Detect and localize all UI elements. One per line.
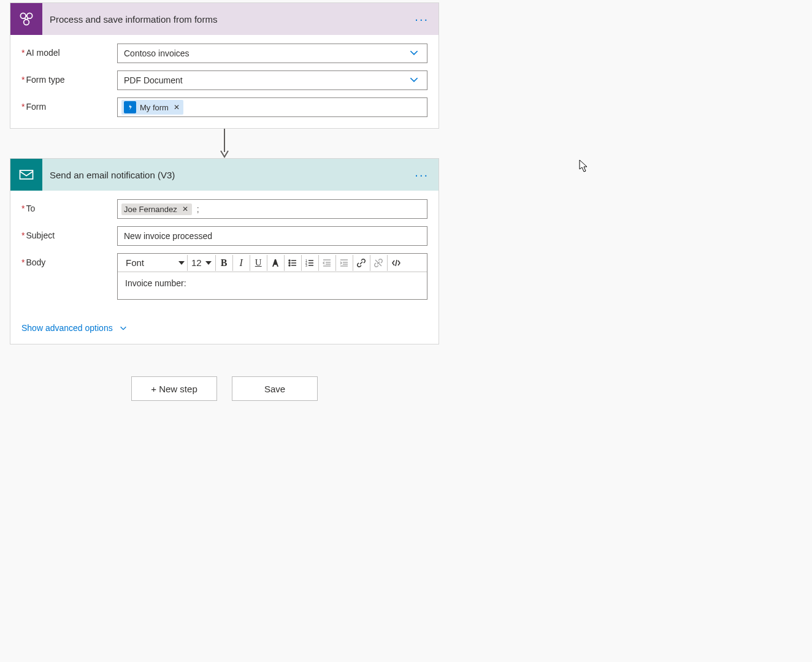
- svg-line-4: [27, 18, 28, 20]
- save-button[interactable]: Save: [232, 376, 318, 401]
- svg-line-28: [375, 260, 381, 266]
- mail-icon: [10, 159, 42, 191]
- more-icon[interactable]: ···: [415, 168, 429, 182]
- step-header[interactable]: Process and save information from forms …: [10, 3, 439, 35]
- form-input[interactable]: My form ✕: [117, 97, 427, 117]
- font-family-select[interactable]: Font: [121, 255, 188, 271]
- chip-remove-icon[interactable]: ✕: [174, 103, 180, 112]
- subject-input[interactable]: [117, 226, 427, 246]
- label-subject: *Subject: [21, 226, 117, 240]
- form-chip[interactable]: My form ✕: [121, 100, 183, 115]
- svg-line-3: [25, 18, 26, 20]
- form-type-value: PDF Document: [124, 75, 183, 85]
- underline-button[interactable]: U: [250, 255, 267, 271]
- subject-field[interactable]: [124, 228, 421, 244]
- more-icon[interactable]: ···: [415, 12, 429, 26]
- svg-point-0: [20, 13, 26, 18]
- svg-line-29: [396, 260, 397, 266]
- chip-remove-icon[interactable]: ✕: [182, 205, 188, 213]
- indent-button[interactable]: [336, 255, 353, 271]
- chevron-down-icon: [408, 47, 419, 60]
- ai-model-value: Contoso invoices: [124, 48, 190, 58]
- body-editor: Font 12 B I U 123: [117, 253, 427, 300]
- font-color-button[interactable]: [267, 255, 285, 271]
- show-advanced-toggle[interactable]: Show advanced options: [21, 323, 128, 333]
- recipient-chip-label: Joe Fernandez: [124, 205, 177, 214]
- step-send-email: Send an email notification (V3) ··· *To …: [10, 158, 439, 344]
- editor-toolbar: Font 12 B I U 123: [118, 254, 427, 272]
- label-form-type: *Form type: [21, 70, 117, 85]
- outdent-button[interactable]: [319, 255, 336, 271]
- svg-point-8: [289, 260, 290, 261]
- step-title: Process and save information from forms: [42, 14, 217, 25]
- form-type-select[interactable]: PDF Document: [117, 70, 427, 90]
- svg-rect-7: [20, 170, 33, 179]
- step-title: Send an email notification (V3): [42, 170, 175, 180]
- to-input[interactable]: Joe Fernandez ✕ ;: [117, 199, 427, 219]
- code-view-button[interactable]: [388, 255, 405, 271]
- separator: ;: [197, 204, 199, 214]
- italic-button[interactable]: I: [233, 255, 250, 271]
- svg-point-10: [289, 262, 290, 264]
- svg-point-12: [289, 265, 290, 266]
- form-chip-label: My form: [140, 103, 169, 112]
- link-button[interactable]: [353, 255, 370, 271]
- label-ai-model: *AI model: [21, 44, 117, 58]
- svg-point-2: [24, 20, 29, 25]
- flow-connector-arrow: [10, 129, 439, 158]
- font-size-select[interactable]: 12: [188, 255, 216, 271]
- new-step-button[interactable]: + New step: [131, 376, 217, 401]
- step-header[interactable]: Send an email notification (V3) ···: [10, 159, 439, 191]
- trigger-icon: [124, 101, 136, 113]
- recipient-chip[interactable]: Joe Fernandez ✕: [121, 204, 192, 215]
- ai-builder-icon: [10, 3, 42, 35]
- svg-text:3: 3: [305, 264, 307, 267]
- unlink-button[interactable]: [370, 255, 388, 271]
- ai-model-select[interactable]: Contoso invoices: [117, 44, 427, 63]
- number-list-button[interactable]: 123: [302, 255, 319, 271]
- step-process-forms: Process and save information from forms …: [10, 2, 439, 129]
- body-textarea[interactable]: Invoice number:: [118, 272, 427, 299]
- chevron-down-icon: [119, 324, 128, 332]
- label-body: *Body: [21, 253, 117, 267]
- label-to: *To: [21, 199, 117, 213]
- bold-button[interactable]: B: [216, 255, 233, 271]
- svg-point-1: [27, 13, 33, 18]
- chevron-down-icon: [408, 74, 419, 87]
- bullet-list-button[interactable]: [285, 255, 302, 271]
- label-form: *Form: [21, 97, 117, 112]
